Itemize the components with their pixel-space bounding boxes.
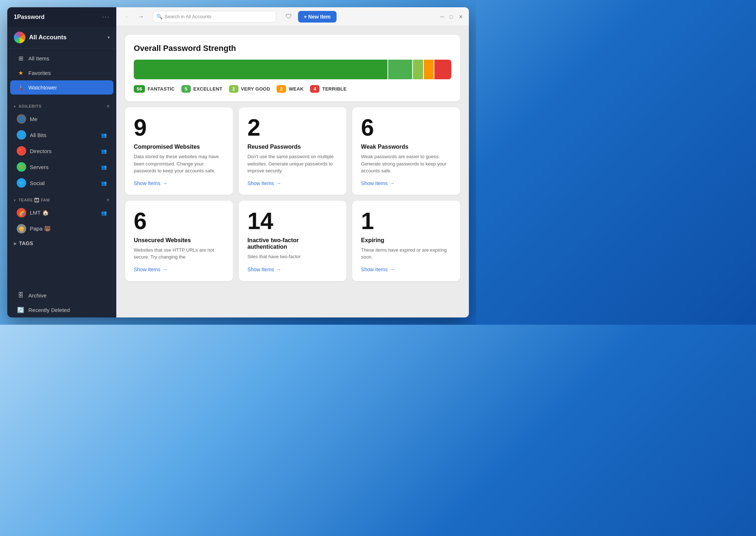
account-selector[interactable]: All Accounts ▾: [7, 27, 116, 49]
unsecured-desc: Websites that use HTTP URLs are not secu…: [134, 247, 224, 261]
arrow-right-icon: →: [162, 267, 168, 272]
more-options-button[interactable]: ···: [102, 13, 110, 21]
me-avatar: 👤: [17, 114, 26, 124]
back-button[interactable]: ←: [122, 12, 132, 22]
search-bar[interactable]: 🔍 Search in All Accounts: [153, 11, 276, 23]
watchtower-icon: 🗼: [17, 84, 25, 91]
sidebar-item-label: Watchtower: [28, 84, 57, 91]
sidebar-item-directors[interactable]: 🔴 Directors 👥: [10, 143, 113, 159]
very-good-label: 2 VERY GOOD: [229, 85, 270, 93]
show-items-label: Show Items: [361, 180, 387, 186]
arrow-right-icon: →: [390, 267, 395, 272]
expiring-count: 1: [361, 209, 451, 233]
weak-count: 6: [361, 116, 451, 139]
sidebar-item-servers[interactable]: 🟢 Servers 👥: [10, 159, 113, 175]
search-input: Search in All Accounts: [165, 14, 272, 19]
password-strength-card: Overall Password Strength 56 FANTASTIC 5: [125, 35, 460, 101]
show-items-label: Show Items: [361, 267, 387, 272]
unsecured-websites-card: 6 Unsecured Websites Websites that use H…: [125, 201, 233, 281]
breach-report-button[interactable]: 🛡: [283, 11, 294, 23]
app-window: 1Password ··· All Accounts ▾ ⊞ All Items…: [7, 7, 469, 317]
fantastic-badge: 56: [134, 85, 145, 93]
new-item-button[interactable]: + New Item: [298, 11, 337, 23]
collapse-icon[interactable]: ▾: [14, 198, 16, 202]
excellent-segment: [388, 60, 412, 79]
agilebits-label: AGILEBITS: [19, 104, 41, 108]
trash-icon: 🔄: [17, 307, 25, 313]
collapse-icon[interactable]: ▾: [14, 104, 16, 108]
close-button[interactable]: ✕: [459, 14, 463, 20]
account-name: All Accounts: [29, 34, 108, 41]
archive-icon: 🗄: [17, 292, 25, 299]
star-icon: ★: [17, 69, 25, 76]
shield-icon: 🛡: [286, 13, 292, 20]
strength-bar: [134, 60, 451, 79]
show-items-expiring[interactable]: Show Items →: [361, 267, 451, 272]
weak-badge: 2: [277, 85, 286, 93]
terrible-badge: 4: [310, 85, 319, 93]
compromised-websites-card: 9 Compromised Websites Data stored by th…: [125, 107, 233, 195]
sidebar-item-favorites[interactable]: ★ Favorites: [10, 66, 113, 80]
sidebar-item-label: All Bits: [30, 132, 47, 138]
weak-title: Weak Passwords: [361, 144, 451, 150]
arrow-right-icon: →: [162, 180, 168, 186]
weak-segment: [424, 60, 434, 79]
inactive-2fa-card: 14 Inactive two-factor authentication Si…: [239, 201, 347, 281]
sidebar-item-all-items[interactable]: ⊞ All Items: [10, 51, 113, 65]
app-title: 1Password: [14, 14, 44, 20]
tags-section[interactable]: ▶ TAGS: [7, 237, 116, 250]
sidebar-item-me[interactable]: 👤 Me: [10, 111, 113, 127]
inactive-2fa-desc: Sites that have two-factor: [248, 253, 338, 261]
show-items-reused[interactable]: Show Items →: [248, 180, 338, 186]
group-icon: 👥: [101, 148, 107, 154]
sidebar: 1Password ··· All Accounts ▾ ⊞ All Items…: [7, 7, 116, 317]
show-items-unsecured[interactable]: Show Items →: [134, 267, 224, 272]
social-avatar: 🐦: [17, 178, 26, 188]
compromised-title: Compromised Websites: [134, 144, 224, 150]
servers-avatar: 🟢: [17, 162, 26, 172]
minimize-button[interactable]: ─: [441, 14, 444, 20]
sidebar-item-lmt[interactable]: 🌈 LMT 🏠 👥: [10, 205, 113, 220]
sidebar-item-archive[interactable]: 🗄 Archive: [10, 288, 113, 302]
show-items-compromised[interactable]: Show Items →: [134, 180, 224, 186]
unsecured-title: Unsecured Websites: [134, 237, 224, 244]
add-vault-button[interactable]: +: [106, 197, 110, 203]
fantastic-segment: [134, 60, 387, 79]
sidebar-item-label: Favorites: [28, 70, 51, 76]
window-controls: ─ □ ✕: [441, 14, 463, 20]
group-icon: 👥: [101, 210, 107, 216]
show-items-weak[interactable]: Show Items →: [361, 180, 451, 186]
directors-avatar: 🔴: [17, 146, 26, 156]
chevron-right-icon: ▶: [14, 241, 17, 245]
show-items-label: Show Items: [248, 180, 274, 186]
chevron-down-icon: ▾: [108, 35, 110, 40]
show-items-label: Show Items: [248, 267, 274, 272]
grid-icon: ⊞: [17, 55, 25, 62]
sidebar-item-social[interactable]: 🐦 Social 👥: [10, 175, 113, 191]
reused-count: 2: [248, 116, 338, 139]
add-vault-button[interactable]: +: [106, 103, 110, 109]
agilebits-section-header: ▾ AGILEBITS +: [7, 99, 116, 111]
show-items-inactive-2fa[interactable]: Show Items →: [248, 267, 338, 272]
very-good-text: VERY GOOD: [241, 86, 270, 92]
all-bits-avatar: 🌐: [17, 130, 26, 140]
sidebar-item-all-bits[interactable]: 🌐 All Bits 👥: [10, 127, 113, 143]
inactive-2fa-title: Inactive two-factor authentication: [248, 237, 338, 250]
unsecured-count: 6: [134, 209, 224, 233]
strength-labels: 56 FANTASTIC 5 EXCELLENT 2 VERY GOOD 2 W…: [134, 85, 451, 93]
sidebar-header: 1Password ···: [7, 7, 116, 27]
sidebar-item-label: Directors: [30, 148, 52, 154]
fantastic-text: FANTASTIC: [148, 86, 175, 92]
sidebar-item-watchtower[interactable]: 🗼 Watchtower: [10, 80, 113, 95]
titlebar: ← → 🔍 Search in All Accounts 🛡 + New Ite…: [116, 7, 469, 26]
back-arrow-icon: ←: [124, 13, 130, 20]
account-icon: [14, 32, 25, 43]
excellent-label: 5 EXCELLENT: [181, 85, 222, 93]
forward-button[interactable]: →: [136, 12, 146, 22]
terrible-segment: [434, 60, 451, 79]
sidebar-item-recently-deleted[interactable]: 🔄 Recently Deleted: [10, 303, 113, 317]
group-icon: 👥: [101, 164, 107, 170]
sidebar-item-papa[interactable]: 👴 Papa 🐻: [10, 221, 113, 236]
maximize-button[interactable]: □: [450, 14, 453, 20]
excellent-text: EXCELLENT: [193, 86, 222, 92]
